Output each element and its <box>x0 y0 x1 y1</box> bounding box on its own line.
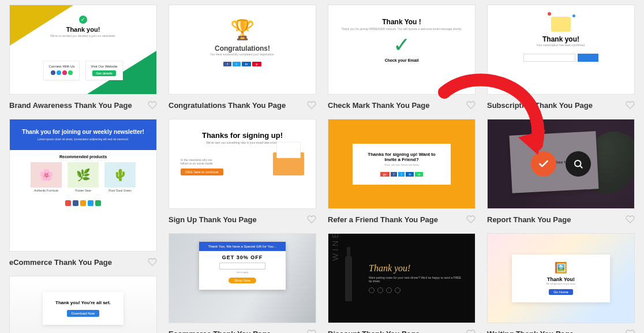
heart-icon[interactable] <box>307 100 316 110</box>
template-card-sign-up[interactable]: Thanks for signing up! We've sent you so… <box>169 119 316 209</box>
heart-icon[interactable] <box>466 329 475 333</box>
check-icon <box>538 158 549 170</box>
heart-icon[interactable] <box>626 329 635 333</box>
envelope-icon <box>551 17 571 32</box>
heart-icon[interactable] <box>148 100 157 110</box>
select-template-button[interactable] <box>531 151 556 177</box>
template-title: Waiting Thank You Page <box>487 330 574 334</box>
svg-line-1 <box>580 166 582 167</box>
template-card-brand-awareness[interactable]: ✓ Thank you! We're so excited you decide… <box>9 5 157 95</box>
template-grid: ✓ Thank you! We're so excited you decide… <box>0 0 644 333</box>
template-card-allset[interactable]: Thank you! You're all set. Download Now <box>9 276 157 333</box>
heart-icon[interactable] <box>626 100 635 110</box>
heart-icon[interactable] <box>148 257 157 267</box>
template-card-waiting[interactable]: 🖼️ Thank You! We will get back to you as… <box>487 233 635 323</box>
template-card-ecommerce-2[interactable]: Thank You, We have a Special Gift for Yo… <box>169 233 316 323</box>
template-title: Congratulations Thank You Page <box>169 101 286 110</box>
check-icon: ✓ <box>328 33 475 57</box>
trophy-icon: 🏆 <box>169 18 316 41</box>
template-title: Brand Awareness Thank You Page <box>9 101 132 110</box>
template-card-congratulations[interactable]: 🏆 Congratulations! You have successfully… <box>169 5 316 95</box>
template-card-refer[interactable]: Thanks for signing up! Want to Invite a … <box>328 119 475 209</box>
template-card-subscription[interactable]: Thank you! Your subscription has been co… <box>487 5 635 95</box>
template-card-check-mark[interactable]: Thank You ! Thank you for joining WPBEAV… <box>328 5 475 95</box>
heart-icon[interactable] <box>466 215 475 224</box>
preview-heading: Thank you! <box>10 26 156 33</box>
template-title: Discount Thank You Page <box>328 330 420 334</box>
check-circle-icon: ✓ <box>79 16 87 24</box>
template-title: Report Thank You Page <box>487 215 571 224</box>
heart-icon[interactable] <box>466 100 475 110</box>
template-title: Sign Up Thank You Page <box>169 215 257 224</box>
template-title: Subscription Thank You Page <box>487 101 593 110</box>
heart-icon[interactable] <box>307 215 316 224</box>
preview-template-button[interactable] <box>566 151 591 177</box>
template-card-discount[interactable]: WINE Thank you! Want pairing notes for y… <box>328 233 475 323</box>
template-title: Ecommerce Thank You Page <box>169 330 271 334</box>
heart-icon[interactable] <box>307 329 316 333</box>
hover-overlay <box>488 119 634 208</box>
magnifier-icon <box>573 159 583 169</box>
template-card-report[interactable]: Here's your free report <box>487 119 635 209</box>
template-card-ecommerce[interactable]: Thank you for joining our weekly newslet… <box>9 119 157 252</box>
heart-icon[interactable] <box>626 215 635 224</box>
template-title: Check Mark Thank You Page <box>328 101 430 110</box>
envelope-icon <box>273 152 304 175</box>
template-title: eCommerce Thank You Page <box>9 258 112 267</box>
template-title: Refer a Friend Thank You Page <box>328 215 438 224</box>
illustration-icon: 🖼️ <box>521 261 601 274</box>
